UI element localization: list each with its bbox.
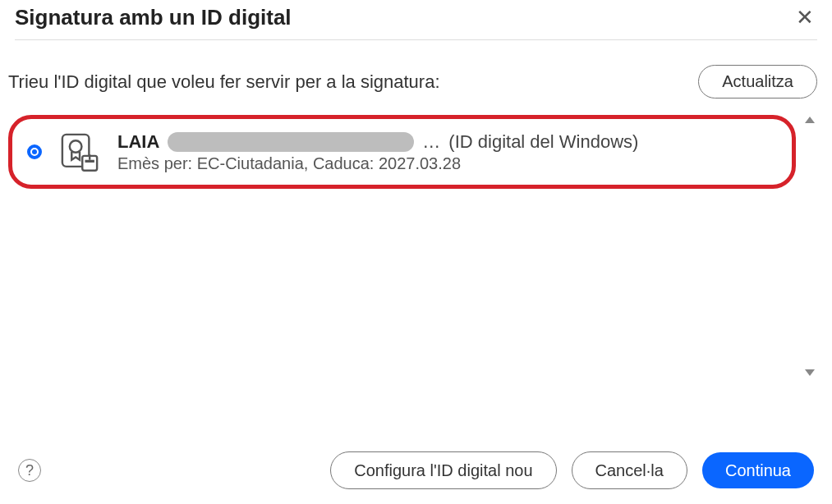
certificate-text: LAIA … (ID digital del Windows) Emès per… [117,131,775,173]
configure-button[interactable]: Configura l'ID digital nou [330,451,556,489]
dialog-title: Signatura amb un ID digital [15,5,292,30]
close-icon[interactable]: ✕ [793,3,817,31]
certificate-option[interactable]: LAIA … (ID digital del Windows) Emès per… [8,115,796,189]
ellipsis: … [422,131,440,153]
scroll-down-icon[interactable] [805,369,815,376]
dialog-footer: ? Configura l'ID digital nou Cancel·la C… [0,438,832,504]
scrollbar[interactable] [802,115,817,378]
help-icon[interactable]: ? [18,459,41,482]
scroll-up-icon[interactable] [805,117,815,123]
continue-button[interactable]: Continua [702,452,814,488]
cancel-button[interactable]: Cancel·la [572,451,687,489]
refresh-button[interactable]: Actualitza [698,65,817,99]
sign-dialog: Signatura amb un ID digital ✕ Trieu l'ID… [0,0,832,504]
instruction-row: Trieu l'ID digital que voleu fer servir … [0,40,832,103]
instruction-text: Trieu l'ID digital que voleu fer servir … [8,71,440,93]
certificate-line1: LAIA … (ID digital del Windows) [117,131,775,153]
certificate-source: (ID digital del Windows) [448,131,638,153]
redacted-name [168,132,414,152]
radio-selected-icon[interactable] [27,144,42,159]
certificate-details: Emès per: EC-Ciutadania, Caduca: 2027.03… [117,154,775,173]
certificate-icon [58,131,101,173]
svg-rect-3 [85,160,94,163]
certificate-name: LAIA [117,131,159,153]
svg-point-1 [70,140,82,153]
certificate-list: LAIA … (ID digital del Windows) Emès per… [8,115,817,378]
dialog-header: Signatura amb un ID digital ✕ [0,0,832,39]
